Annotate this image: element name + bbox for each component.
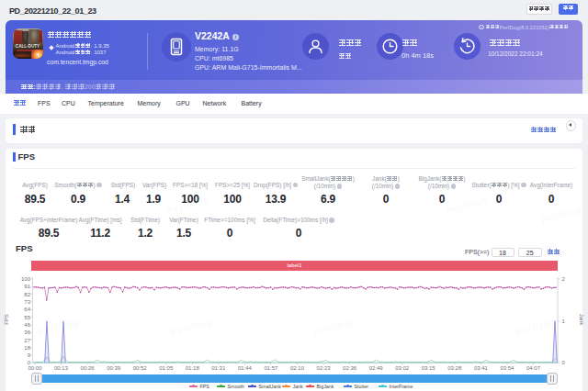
svg-text:82: 82 [24,292,30,297]
svg-text:00:00: 00:00 [28,365,42,371]
svg-text:36: 36 [24,330,30,335]
svg-text:01:44: 01:44 [238,365,253,371]
svg-text:00:13: 00:13 [54,365,69,371]
svg-text:91: 91 [24,284,30,289]
svg-text:18: 18 [24,345,30,351]
svg-text:2: 2 [562,276,566,282]
svg-text:00:39: 00:39 [107,365,121,371]
svg-text:73: 73 [24,299,30,305]
svg-text:100: 100 [21,276,31,282]
svg-text:01:31: 01:31 [211,365,226,371]
svg-text:03:28: 03:28 [447,365,462,371]
svg-text:03:15: 03:15 [422,365,436,371]
svg-text:27: 27 [24,338,30,343]
svg-text:Jank: Jank [579,314,584,327]
svg-text:02:23: 02:23 [317,365,332,371]
svg-text:01:05: 01:05 [159,365,174,371]
svg-text:02:10: 02:10 [290,365,305,371]
svg-text:02:36: 02:36 [343,365,357,371]
svg-text:00:52: 00:52 [133,365,148,371]
svg-text:55: 55 [24,315,30,320]
svg-text:01:18: 01:18 [186,365,200,371]
svg-text:1: 1 [562,318,566,324]
svg-text:01:57: 01:57 [264,365,278,371]
svg-text:03:41: 03:41 [474,365,489,371]
svg-text:0: 0 [562,360,566,365]
svg-text:04:07: 04:07 [526,365,541,371]
svg-text:FPS: FPS [4,314,9,325]
svg-text:03:54: 03:54 [500,365,514,371]
svg-text:02:49: 02:49 [369,365,384,371]
svg-text:46: 46 [24,322,30,328]
svg-text:00:26: 00:26 [81,365,96,371]
svg-text:64: 64 [24,307,30,312]
svg-text:03:02: 03:02 [395,365,410,371]
